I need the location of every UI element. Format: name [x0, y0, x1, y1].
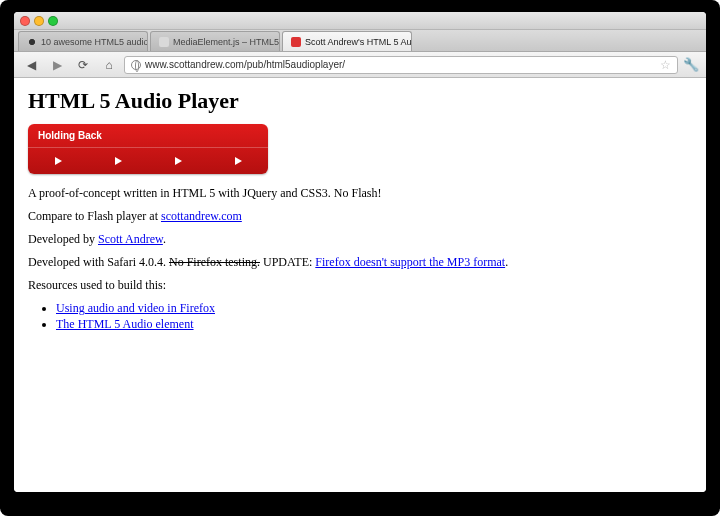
- firefox-audio-video-link[interactable]: Using audio and video in Firefox: [56, 301, 215, 315]
- list-item: The HTML 5 Audio element: [56, 317, 692, 332]
- page-title: HTML 5 Audio Player: [28, 88, 692, 114]
- bookmark-star-icon[interactable]: ☆: [660, 58, 671, 72]
- developed-by-text: Developed by Scott Andrew.: [28, 232, 692, 247]
- close-window-button[interactable]: [20, 16, 30, 26]
- tab-label: 10 awesome HTML5 audio p…: [41, 37, 148, 47]
- url-text: www.scottandrew.com/pub/html5audioplayer…: [145, 59, 656, 70]
- address-bar[interactable]: www.scottandrew.com/pub/html5audioplayer…: [124, 56, 678, 74]
- audio-player: Holding Back: [28, 124, 268, 174]
- window-frame: 10 awesome HTML5 audio p… MediaElement.j…: [0, 0, 720, 516]
- home-button[interactable]: ⌂: [98, 56, 120, 74]
- resources-heading: Resources used to build this:: [28, 278, 692, 293]
- compare-text: Compare to Flash player at scottandrew.c…: [28, 209, 692, 224]
- player-controls: [28, 148, 268, 174]
- browser-toolbar: ◀ ▶ ⟳ ⌂ www.scottandrew.com/pub/html5aud…: [14, 52, 706, 78]
- html5-audio-element-link[interactable]: The HTML 5 Audio element: [56, 317, 194, 331]
- settings-wrench-icon[interactable]: 🔧: [682, 56, 700, 74]
- zoom-window-button[interactable]: [48, 16, 58, 26]
- page-content: HTML 5 Audio Player Holding Back A proof…: [14, 78, 706, 492]
- play-icon[interactable]: [55, 157, 62, 165]
- globe-icon: [131, 60, 141, 70]
- tab-label: Scott Andrew's HTML 5 Aud…: [305, 37, 412, 47]
- browser-tab-1[interactable]: 10 awesome HTML5 audio p…: [18, 31, 148, 51]
- minimize-window-button[interactable]: [34, 16, 44, 26]
- scottandrew-link[interactable]: scottandrew.com: [161, 209, 242, 223]
- safari-text: Developed with Safari 4.0.4. No Firefox …: [28, 255, 692, 270]
- reload-button[interactable]: ⟳: [72, 56, 94, 74]
- favicon-icon: [291, 37, 301, 47]
- play-icon[interactable]: [235, 157, 242, 165]
- firefox-mp3-link[interactable]: Firefox doesn't support the MP3 format: [315, 255, 505, 269]
- favicon-icon: [159, 37, 169, 47]
- play-icon[interactable]: [175, 157, 182, 165]
- resources-list: Using audio and video in Firefox The HTM…: [56, 301, 692, 332]
- strikethrough-text: No Firefox testing.: [169, 255, 260, 269]
- scott-andrew-link[interactable]: Scott Andrew: [98, 232, 163, 246]
- track-title: Holding Back: [28, 130, 268, 148]
- browser-window: 10 awesome HTML5 audio p… MediaElement.j…: [14, 12, 706, 492]
- tab-label: MediaElement.js – HTML5 …: [173, 37, 280, 47]
- browser-tabbar: 10 awesome HTML5 audio p… MediaElement.j…: [14, 30, 706, 52]
- browser-tab-3[interactable]: Scott Andrew's HTML 5 Aud…: [282, 31, 412, 51]
- favicon-icon: [27, 37, 37, 47]
- list-item: Using audio and video in Firefox: [56, 301, 692, 316]
- window-titlebar: [14, 12, 706, 30]
- play-icon[interactable]: [115, 157, 122, 165]
- intro-text: A proof-of-concept written in HTML 5 wit…: [28, 186, 692, 201]
- forward-button[interactable]: ▶: [46, 56, 68, 74]
- browser-tab-2[interactable]: MediaElement.js – HTML5 …: [150, 31, 280, 51]
- back-button[interactable]: ◀: [20, 56, 42, 74]
